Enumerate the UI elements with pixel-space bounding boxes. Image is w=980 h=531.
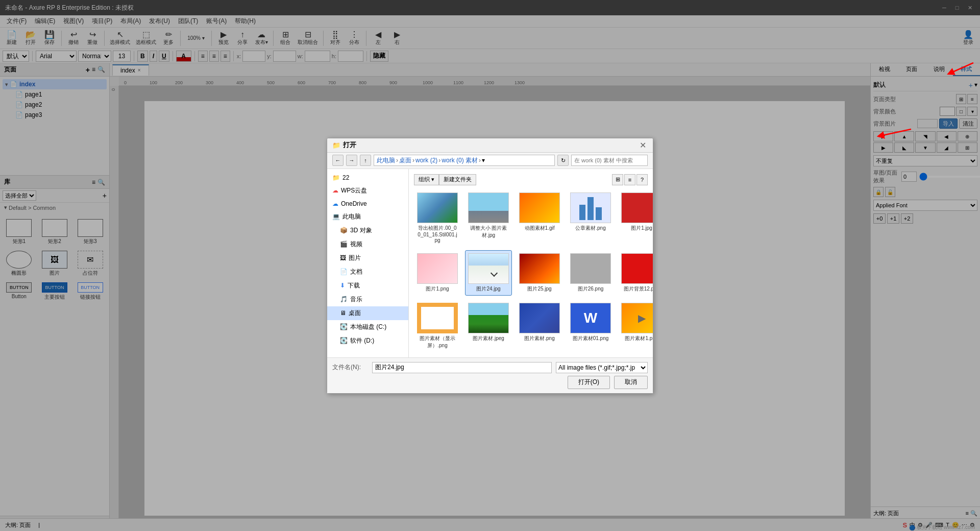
sidebar-videos[interactable]: 🎬 视频 <box>327 237 408 251</box>
local-c-icon: 💽 <box>340 323 348 330</box>
dialog-overlay[interactable]: 📁 打开 ✕ ← → ↑ 此电脑 › 桌面 › work (2) › work … <box>0 0 980 531</box>
file-item-2[interactable]: 调整大小 图片素材.jpg <box>465 189 512 246</box>
thumb-2 <box>468 192 509 223</box>
file-item-12[interactable]: 图片素材.jpeg <box>465 300 512 352</box>
nav-refresh-button[interactable]: ↻ <box>557 155 569 166</box>
filename-label: 文件名(N): <box>332 363 368 372</box>
filename-3: 动图素材1.gif <box>525 225 555 232</box>
sidebar-local-c[interactable]: 💽 本地磁盘 (C:) <box>327 320 408 334</box>
videos-icon: 🎬 <box>340 240 348 248</box>
folder-icon-22: 📁 <box>332 174 340 181</box>
pc-label: 此电脑 <box>342 212 361 221</box>
filename-13: 图片素材.png <box>524 335 554 342</box>
file-item-4[interactable]: 公章素材.png <box>567 189 614 246</box>
nav-forward-button[interactable]: → <box>346 155 357 166</box>
chart-bar-3 <box>596 207 602 220</box>
sidebar-downloads[interactable]: ⬇ 下载 <box>327 279 408 293</box>
list-view-button[interactable]: ≡ <box>624 174 635 185</box>
breadcrumb-work0[interactable]: work (0) 素材 <box>442 156 478 165</box>
files-grid: 导出桢图片.00_00_01_16.Stil001.jpg 调整大小 图片素材.… <box>414 189 648 352</box>
sidebar-3d[interactable]: 📦 3D 对象 <box>327 224 408 237</box>
filename-9: 图片26.png <box>578 285 604 293</box>
wps-label: WPS云盘 <box>341 186 367 195</box>
dialog-title-bar: 📁 打开 ✕ <box>327 138 653 153</box>
file-item-8[interactable]: 图片25.jpg <box>516 250 563 296</box>
file-item-15[interactable]: ▶ 图片素材1.png <box>618 300 653 352</box>
sep-3: › <box>438 157 440 164</box>
dialog-search-input[interactable] <box>571 155 648 166</box>
dialog-body: 📁 22 ☁ WPS云盘 ☁ OneDrive 💻 此电脑 📦 3D <box>327 169 653 357</box>
sidebar-onedrive[interactable]: ☁ OneDrive <box>327 198 408 210</box>
local-d-icon: 💽 <box>340 337 348 344</box>
file-item-1[interactable]: 导出桢图片.00_00_01_16.Stil001.jpg <box>414 189 461 246</box>
sidebar-wps[interactable]: ☁ WPS云盘 <box>327 184 408 198</box>
thumb-11 <box>417 303 458 333</box>
file-item-6[interactable]: 图片1.png <box>414 250 461 296</box>
filename-10: 图片背景12.png <box>624 285 653 293</box>
organize-button[interactable]: 组织 ▾ <box>414 174 439 185</box>
filename-input[interactable] <box>372 362 552 373</box>
file-item-14[interactable]: W 图片素材01.png <box>567 300 614 352</box>
pictures-icon: 🖼 <box>340 254 346 261</box>
3d-label: 3D 对象 <box>350 226 372 235</box>
breadcrumb-work2[interactable]: work (2) <box>415 157 437 164</box>
sidebar-music[interactable]: 🎵 音乐 <box>327 293 408 306</box>
music-icon: 🎵 <box>340 296 348 303</box>
docs-label: 文档 <box>350 268 362 276</box>
filename-row: 文件名(N): All image files (*.gif;*.jpg;*.j… <box>332 362 648 373</box>
sidebar-thispc[interactable]: 💻 此电脑 <box>327 210 408 224</box>
grid-view-button[interactable]: ⊞ <box>612 174 623 185</box>
sidebar-desktop[interactable]: 🖥 桌面 <box>327 306 408 320</box>
file-item-3[interactable]: 动图素材1.gif <box>516 189 563 246</box>
thumb-8 <box>519 253 560 284</box>
breadcrumb-desktop[interactable]: 桌面 <box>399 156 411 165</box>
open-confirm-button[interactable]: 打开(O) <box>568 376 610 389</box>
breadcrumb-dropdown[interactable]: ▾ <box>482 157 485 164</box>
thumb-15: ▶ <box>621 303 653 333</box>
dialog-main-area: 组织 ▾ 新建文件夹 ⊞ ≡ ? 导出桢图片.00_00_01_16.Stil0… <box>409 169 653 357</box>
dialog-footer-buttons: 打开(O) 取消 <box>332 376 648 389</box>
filename-12: 图片素材.jpeg <box>473 335 504 342</box>
file-item-9[interactable]: 图片26.png <box>567 250 614 296</box>
nav-back-button[interactable]: ← <box>332 155 344 166</box>
dialog-footer: 文件名(N): All image files (*.gif;*.jpg;*.j… <box>327 357 653 393</box>
file-item-5[interactable]: 图片1.jpg <box>618 189 653 246</box>
folder-label-22: 22 <box>342 174 349 181</box>
dialog-close-button[interactable]: ✕ <box>638 140 648 150</box>
file-item-7[interactable]: 图片24.jpg <box>465 250 512 296</box>
thumb-7 <box>468 253 509 284</box>
file-item-11[interactable]: 图片素材（显示屏）.png <box>414 300 461 352</box>
filename-4: 公章素材.png <box>575 225 605 232</box>
sidebar-docs[interactable]: 📄 文档 <box>327 265 408 279</box>
chart-bar-2 <box>587 197 594 220</box>
info-button[interactable]: ? <box>636 174 648 185</box>
filetype-select[interactable]: All image files (*.gif;*.jpg;*.jp <box>556 362 648 373</box>
file-item-13[interactable]: 图片素材.png <box>516 300 563 352</box>
sidebar-pictures[interactable]: 🖼 图片 <box>327 251 408 265</box>
file-item-10[interactable]: 图片背景12.png <box>618 250 653 296</box>
dialog-icon: 📁 <box>332 141 340 149</box>
breadcrumb-pc[interactable]: 此电脑 <box>377 156 395 165</box>
sep-1: › <box>396 157 398 164</box>
nav-up-button[interactable]: ↑ <box>360 155 371 166</box>
docs-icon: 📄 <box>340 268 348 275</box>
filename-6: 图片1.png <box>426 285 449 293</box>
pc-icon: 💻 <box>332 213 340 220</box>
pictures-label: 图片 <box>349 254 361 262</box>
new-folder-button[interactable]: 新建文件夹 <box>439 174 476 185</box>
sidebar-22[interactable]: 📁 22 <box>327 172 408 184</box>
breadcrumb: 此电脑 › 桌面 › work (2) › work (0) 素材 › ▾ <box>374 155 555 166</box>
thumb-3 <box>519 192 560 223</box>
cancel-button[interactable]: 取消 <box>614 376 648 389</box>
sep-2: › <box>412 157 414 164</box>
thumb-1 <box>417 192 458 223</box>
thumb-5 <box>621 192 653 223</box>
filename-8: 图片25.jpg <box>527 285 551 293</box>
dialog-sidebar: 📁 22 ☁ WPS云盘 ☁ OneDrive 💻 此电脑 📦 3D <box>327 169 409 357</box>
filename-5: 图片1.jpg <box>631 225 652 232</box>
filename-15: 图片素材1.png <box>625 335 653 342</box>
sidebar-local-d[interactable]: 💽 软件 (D:) <box>327 334 408 348</box>
dialog-title: 📁 打开 <box>332 140 356 150</box>
thumb-9 <box>570 253 611 284</box>
dialog-nav-bar: ← → ↑ 此电脑 › 桌面 › work (2) › work (0) 素材 … <box>327 153 653 169</box>
